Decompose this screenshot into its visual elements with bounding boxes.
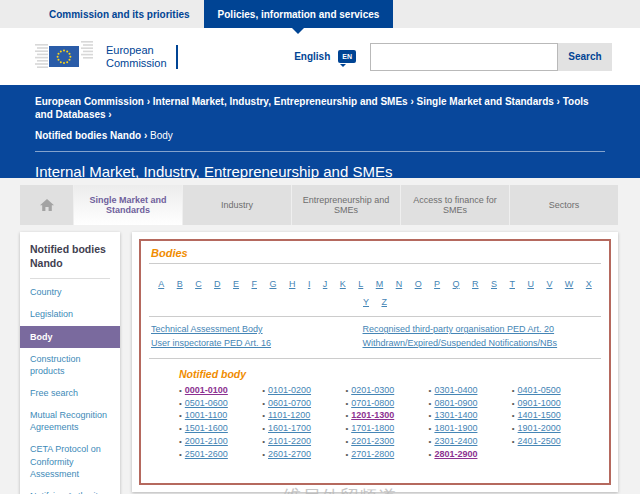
alphabet-link[interactable]: K [340, 279, 346, 289]
range-link[interactable]: 2201-2300 [351, 436, 394, 446]
range-link[interactable]: 1301-1400 [434, 410, 477, 420]
sidebar-item[interactable]: CETA Protocol on Conformity Assessment [20, 438, 120, 484]
range-link[interactable]: 1901-2000 [518, 423, 561, 433]
range-link[interactable]: 2401-2500 [518, 436, 561, 446]
range-link[interactable]: 1801-1900 [434, 423, 477, 433]
range-link[interactable]: 1201-1300 [351, 410, 394, 420]
alphabet-link[interactable]: R [472, 279, 479, 289]
range-link[interactable]: 1101-1200 [268, 410, 310, 420]
range-link[interactable]: 1701-1800 [351, 423, 394, 433]
alphabet-link[interactable]: O [415, 279, 422, 289]
range-link[interactable]: 0301-0400 [434, 385, 477, 395]
alphabet-link[interactable]: M [376, 279, 384, 289]
range-link[interactable]: 1501-1600 [185, 423, 228, 433]
range-link[interactable]: 0001-0100 [185, 385, 228, 395]
section-tab[interactable]: Entrepreneurship and SMEs [291, 185, 400, 225]
alphabet-link[interactable]: C [195, 279, 202, 289]
alphabet-link[interactable]: B [177, 279, 183, 289]
range-link[interactable]: 0101-0200 [268, 385, 311, 395]
alphabet-link[interactable]: A [158, 279, 164, 289]
alphabet-link[interactable]: Q [453, 279, 460, 289]
divider [149, 358, 601, 359]
range-cell: •2601-2700 [262, 448, 345, 461]
search-input[interactable] [370, 43, 558, 71]
range-link[interactable]: 0801-0900 [434, 398, 477, 408]
section-tab[interactable]: Industry [182, 185, 291, 225]
breadcrumb-link[interactable]: Single Market and Standards [417, 96, 563, 107]
bullet-icon: • [429, 411, 432, 420]
range-link[interactable]: 0401-0500 [518, 385, 561, 395]
section-tab[interactable]: Sectors [509, 185, 618, 225]
range-link[interactable]: 0901-1000 [518, 398, 561, 408]
range-cell: •2101-2200 [262, 435, 345, 448]
range-link[interactable]: 0701-0800 [351, 398, 394, 408]
section-tab-label: Entrepreneurship and SMEs [298, 195, 394, 215]
range-link[interactable]: 2301-2400 [434, 436, 477, 446]
range-link[interactable]: 0501-0600 [185, 398, 228, 408]
alphabet-link[interactable]: W [565, 279, 574, 289]
sidebar-item[interactable]: Country [20, 281, 120, 303]
alphabet-link[interactable]: L [358, 279, 363, 289]
sidebar-item[interactable]: Construction products [20, 348, 120, 382]
range-cell: •1701-1800 [345, 422, 428, 435]
alphabet-link[interactable]: N [396, 279, 403, 289]
alphabet-link[interactable]: V [546, 279, 552, 289]
range-cell: •2001-2100 [179, 435, 262, 448]
alphabet-link[interactable]: S [491, 279, 497, 289]
range-link[interactable]: 1401-1500 [518, 410, 561, 420]
bullet-icon: • [262, 386, 265, 395]
sidebar-item[interactable]: Notifying Authority - Notification proce… [20, 485, 120, 494]
range-link[interactable]: 1001-1100 [185, 410, 227, 420]
sidebar-item[interactable]: Free search [20, 382, 120, 404]
language-label[interactable]: English [294, 51, 330, 62]
alphabet-link[interactable]: P [434, 279, 440, 289]
alphabet-link[interactable]: Z [381, 297, 387, 307]
range-link[interactable]: 2501-2600 [185, 449, 228, 459]
logo-divider [176, 45, 178, 69]
body-type-link[interactable]: Technical Assessment Body [151, 323, 263, 337]
alphabet-link[interactable]: I [308, 279, 311, 289]
range-cell: •2801-2900 [429, 448, 512, 461]
alphabet-link[interactable]: Y [363, 297, 369, 307]
range-link[interactable]: 1601-1700 [268, 423, 311, 433]
alphabet-link[interactable]: D [214, 279, 221, 289]
language-badge[interactable]: EN [338, 50, 356, 63]
range-link[interactable]: 2101-2200 [268, 436, 311, 446]
body-type-link[interactable]: Recognised third-party organisation PED … [363, 323, 555, 337]
sidebar-item[interactable]: Body [20, 326, 120, 348]
range-link[interactable]: 0201-0300 [351, 385, 394, 395]
search-button[interactable]: Search [558, 43, 612, 71]
range-link[interactable]: 2801-2900 [434, 449, 477, 459]
body-type-link[interactable]: User inspectorate PED Art. 16 [151, 337, 271, 351]
range-link[interactable]: 0601-0700 [268, 398, 311, 408]
breadcrumb-link-nando[interactable]: Notified bodies Nando [35, 130, 150, 141]
section-tab[interactable]: Single Market and Standards [73, 185, 182, 225]
alphabet-link[interactable]: E [233, 279, 239, 289]
top-tab[interactable]: Policies, information and services [204, 0, 394, 28]
alphabet-link[interactable]: T [509, 279, 515, 289]
range-link[interactable]: 2601-2700 [268, 449, 311, 459]
sidebar-item[interactable]: Mutual Recognition Agreements [20, 404, 120, 438]
sidebar-item[interactable]: Legislation [20, 303, 120, 325]
european-commission-logo[interactable]: European Commission [35, 38, 178, 76]
alphabet-link[interactable]: F [252, 279, 258, 289]
logo-wordmark: European Commission [106, 44, 167, 70]
bullet-icon: • [345, 450, 348, 459]
alphabet-link[interactable]: U [527, 279, 534, 289]
home-tab[interactable] [20, 185, 73, 225]
alphabet-link[interactable]: H [289, 279, 296, 289]
breadcrumb-link[interactable]: Internal Market, Industry, Entrepreneurs… [153, 96, 417, 107]
breadcrumb-link[interactable]: European Commission [35, 96, 153, 107]
range-link[interactable]: 2701-2800 [351, 449, 394, 459]
body-type-link[interactable]: Withdrawn/Expired/Suspended Notification… [363, 337, 558, 351]
top-tab[interactable]: Commission and its priorities [35, 0, 204, 28]
range-cell: •1801-1900 [429, 422, 512, 435]
alphabet-link[interactable]: X [586, 279, 592, 289]
alphabet-link[interactable]: J [323, 279, 328, 289]
section-tab[interactable]: Access to finance for SMEs [400, 185, 509, 225]
alphabet-link[interactable]: G [269, 279, 276, 289]
page: Commission and its priorities Policies, … [0, 0, 640, 494]
range-link[interactable]: 2001-2100 [185, 436, 228, 446]
section-tab-label: Single Market and Standards [80, 195, 176, 215]
bullet-icon: • [262, 424, 265, 433]
